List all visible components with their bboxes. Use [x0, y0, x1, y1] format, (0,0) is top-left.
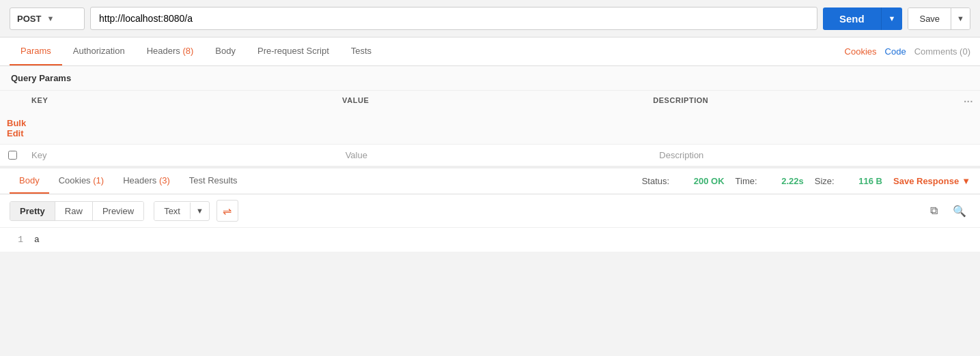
save-button[interactable]: Save — [908, 8, 951, 29]
view-preview-button[interactable]: Preview — [93, 202, 143, 220]
code-link[interactable]: Code — [885, 46, 906, 57]
response-tab-headers[interactable]: Headers (3) — [113, 168, 180, 194]
cookies-count-badge: (1) — [93, 175, 104, 186]
tab-body[interactable]: Body — [204, 38, 247, 65]
tab-params[interactable]: Params — [10, 38, 62, 65]
method-label: POST — [17, 14, 41, 24]
params-header-row: KEY VALUE DESCRIPTION ··· Bulk Edit — [0, 91, 980, 145]
format-selector: Text ▼ — [154, 201, 210, 221]
search-button[interactable]: 🔍 — [949, 200, 970, 222]
send-button-group: Send ▼ — [823, 8, 903, 30]
response-tab-cookies[interactable]: Cookies (1) — [49, 168, 113, 194]
response-body-toolbar: Pretty Raw Preview Text ▼ ⇌ ⧉ 🔍 — [0, 194, 980, 228]
response-tab-test-results[interactable]: Test Results — [180, 168, 247, 194]
save-response-chevron-icon: ▼ — [962, 176, 970, 186]
save-response-button[interactable]: Save Response ▼ — [893, 176, 970, 186]
response-tab-body[interactable]: Body — [10, 168, 49, 194]
params-placeholder-check — [0, 145, 25, 166]
code-area: 1 a — [0, 228, 980, 252]
send-button[interactable]: Send — [823, 8, 881, 30]
key-placeholder-cell[interactable]: Key — [25, 145, 339, 166]
status-label: Status: — [642, 176, 669, 186]
params-checkbox[interactable] — [8, 151, 17, 160]
response-tabs-bar: Body Cookies (1) Headers (3) Test Result… — [0, 168, 980, 194]
key-column-header: KEY — [25, 91, 335, 113]
bulk-edit-button[interactable]: Bulk Edit — [0, 113, 25, 144]
description-placeholder-cell[interactable]: Description — [652, 145, 966, 166]
main-tabs-container: Params Authorization Headers (8) Body Pr… — [0, 38, 980, 66]
params-placeholder-row: Key Value Description — [0, 145, 980, 166]
tab-prerequest[interactable]: Pre-request Script — [247, 38, 340, 65]
description-column-header: DESCRIPTION — [646, 91, 957, 113]
url-input[interactable] — [90, 7, 817, 30]
params-placeholder-actions — [966, 145, 980, 166]
method-selector[interactable]: POST ▼ — [10, 8, 85, 30]
tab-headers[interactable]: Headers (8) — [136, 38, 205, 65]
time-value: 2.22s — [781, 176, 804, 186]
params-check-header — [0, 91, 25, 113]
view-raw-button[interactable]: Raw — [55, 202, 93, 220]
view-button-group: Pretty Raw Preview — [10, 201, 144, 221]
query-params-header: Query Params — [0, 66, 980, 91]
more-options-icon[interactable]: ··· — [964, 96, 973, 107]
time-label: Time: — [736, 176, 757, 186]
method-chevron-icon: ▼ — [46, 14, 54, 23]
response-info: Status: 200 OK Time: 2.22s Size: 116 B S… — [642, 176, 970, 186]
format-button[interactable]: Text — [154, 202, 190, 220]
main-tabs-left: Params Authorization Headers (8) Body Pr… — [10, 38, 845, 65]
copy-button[interactable]: ⧉ — [923, 200, 944, 222]
url-bar: POST ▼ Send ▼ Save ▼ — [0, 0, 980, 38]
response-section: Body Cookies (1) Headers (3) Test Result… — [0, 166, 980, 252]
send-dropdown-button[interactable]: ▼ — [881, 8, 903, 30]
cookies-link[interactable]: Cookies — [845, 46, 877, 57]
line-content-1: a — [34, 235, 40, 245]
save-button-group: Save ▼ — [908, 8, 970, 30]
search-icon: 🔍 — [953, 205, 966, 218]
size-label: Size: — [815, 176, 835, 186]
line-number-1: 1 — [10, 235, 23, 245]
tab-authorization[interactable]: Authorization — [62, 38, 136, 65]
wrap-button[interactable]: ⇌ — [216, 200, 238, 222]
headers-count-badge: (3) — [159, 175, 170, 186]
response-tabs-left: Body Cookies (1) Headers (3) Test Result… — [10, 168, 642, 194]
size-value: 116 B — [858, 176, 882, 186]
value-placeholder-cell[interactable]: Value — [339, 145, 653, 166]
format-dropdown-button[interactable]: ▼ — [190, 203, 209, 219]
wrap-icon: ⇌ — [223, 205, 232, 218]
copy-icon: ⧉ — [930, 205, 938, 217]
save-dropdown-button[interactable]: ▼ — [951, 8, 970, 29]
value-column-header: VALUE — [335, 91, 646, 113]
params-table: KEY VALUE DESCRIPTION ··· Bulk Edit Key … — [0, 91, 980, 166]
headers-badge: (8) — [182, 46, 193, 56]
params-actions-header: ··· — [957, 91, 980, 113]
main-tabs-right: Cookies Code Comments (0) — [845, 46, 970, 57]
status-value: 200 OK — [694, 176, 725, 186]
tab-tests[interactable]: Tests — [340, 38, 382, 65]
view-pretty-button[interactable]: Pretty — [10, 202, 55, 220]
code-line-1: 1 a — [10, 235, 970, 245]
comments-link[interactable]: Comments (0) — [914, 46, 970, 57]
